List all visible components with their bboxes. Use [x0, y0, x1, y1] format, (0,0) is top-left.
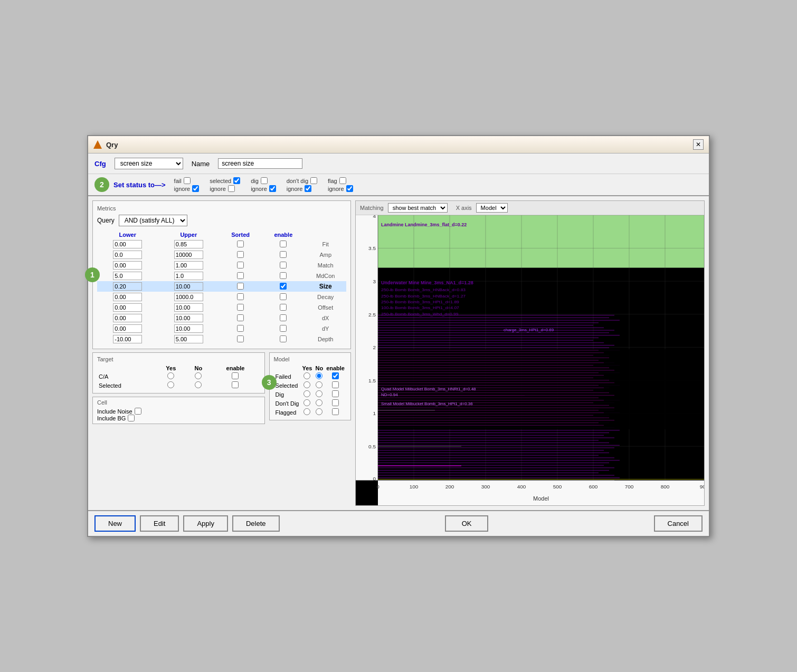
fit-sorted[interactable]	[237, 241, 244, 247]
failed-enable-cb[interactable]	[332, 372, 339, 379]
dx-lower[interactable]	[113, 314, 142, 322]
model-col-yes: Yes	[301, 364, 314, 372]
cancel-button[interactable]: Cancel	[654, 515, 703, 532]
ca-yes-radio[interactable]	[167, 372, 174, 379]
step2-badge: 2	[94, 177, 109, 192]
svg-text:3: 3	[373, 279, 376, 284]
amp-enable[interactable]	[280, 251, 287, 258]
size-upper[interactable]	[174, 282, 203, 291]
ca-no-radio[interactable]	[195, 372, 202, 379]
ca-enable-cb[interactable]	[232, 372, 239, 379]
match-enable[interactable]	[280, 262, 287, 268]
include-bg-cb[interactable]	[128, 415, 135, 421]
offset-enable[interactable]	[280, 304, 287, 311]
offset-sorted[interactable]	[237, 304, 244, 311]
offset-upper[interactable]	[174, 303, 203, 312]
fail-checkbox[interactable]	[184, 177, 191, 184]
dig-ignore-checkbox[interactable]	[269, 185, 276, 192]
decay-enable[interactable]	[280, 293, 287, 300]
match-upper[interactable]	[174, 261, 203, 270]
svg-text:800: 800	[661, 484, 670, 489]
query-select[interactable]: AND (satisfy ALL)	[119, 215, 187, 226]
offset-label: Offset	[318, 304, 333, 311]
decay-lower[interactable]	[113, 293, 142, 301]
dy-upper[interactable]	[174, 324, 203, 333]
amp-sorted[interactable]	[237, 251, 244, 258]
depth-lower[interactable]	[113, 335, 142, 343]
size-enable[interactable]	[280, 283, 287, 290]
sel-enable-cb[interactable]	[232, 381, 239, 388]
msel-yes-radio[interactable]	[303, 381, 310, 388]
fail-ignore-checkbox[interactable]	[192, 185, 199, 192]
cell-box: Cell Include Noise Include BG	[92, 397, 265, 424]
close-button[interactable]: ✕	[693, 139, 704, 150]
matching-select[interactable]: show best match	[388, 203, 448, 213]
table-row: Fit	[97, 239, 346, 249]
dx-upper[interactable]	[174, 314, 203, 322]
sel-no-radio[interactable]	[195, 381, 202, 388]
match-lower[interactable]	[113, 261, 142, 270]
mflagged-yes-radio[interactable]	[303, 408, 310, 415]
footer-center: OK	[445, 515, 489, 532]
dx-sorted[interactable]	[237, 314, 244, 321]
dy-enable[interactable]	[280, 325, 287, 332]
mdcon-lower[interactable]	[113, 272, 142, 280]
msel-enable-cb[interactable]	[332, 381, 339, 388]
matching-bar: Matching show best match X axis Model	[356, 201, 704, 215]
msel-no-radio[interactable]	[316, 381, 322, 388]
selected-ignore-checkbox[interactable]	[228, 185, 235, 192]
new-button[interactable]: New	[94, 515, 136, 532]
depth-enable[interactable]	[280, 335, 287, 342]
mflagged-enable-cb[interactable]	[332, 408, 339, 415]
fit-lower[interactable]	[113, 240, 142, 248]
sel-yes-radio[interactable]	[167, 381, 174, 388]
mdontdig-no-radio[interactable]	[316, 399, 322, 406]
mdcon-upper[interactable]	[174, 272, 203, 280]
mdig-enable-cb[interactable]	[332, 390, 339, 397]
amp-upper[interactable]	[174, 251, 203, 259]
mdcon-enable[interactable]	[280, 272, 287, 279]
apply-button[interactable]: Apply	[183, 515, 228, 532]
size-sorted[interactable]	[237, 283, 244, 290]
selected-checkbox[interactable]	[233, 177, 240, 184]
dontdig-checkbox[interactable]	[310, 177, 317, 184]
depth-upper[interactable]	[174, 335, 203, 343]
decay-sorted[interactable]	[237, 293, 244, 300]
edit-button[interactable]: Edit	[140, 515, 179, 532]
mdig-yes-radio[interactable]	[303, 390, 310, 397]
flag-checkbox[interactable]	[339, 177, 346, 184]
svg-text:600: 600	[589, 484, 598, 489]
dy-lower[interactable]	[113, 324, 142, 333]
dx-enable[interactable]	[280, 314, 287, 321]
table-row-size: Size	[97, 281, 346, 292]
dx-label: dX	[322, 315, 329, 321]
mdig-no-radio[interactable]	[316, 390, 322, 397]
fit-upper[interactable]	[174, 240, 203, 248]
size-lower[interactable]	[113, 282, 142, 291]
status-bar: 2 Set status to—> fail ignore selected	[88, 174, 709, 196]
delete-button[interactable]: Delete	[232, 515, 280, 532]
dy-sorted[interactable]	[237, 325, 244, 332]
mdontdig-yes-radio[interactable]	[303, 399, 310, 406]
decay-upper[interactable]	[174, 293, 203, 301]
offset-lower[interactable]	[113, 303, 142, 312]
ok-button[interactable]: OK	[445, 515, 489, 532]
amp-lower[interactable]	[113, 251, 142, 259]
mdcon-sorted[interactable]	[237, 272, 244, 279]
name-input[interactable]	[218, 158, 302, 169]
dig-checkbox[interactable]	[261, 177, 268, 184]
fit-enable[interactable]	[280, 241, 287, 247]
failed-no-radio[interactable]	[316, 372, 322, 379]
xaxis-select[interactable]: Model	[476, 203, 508, 213]
mflagged-no-radio[interactable]	[316, 408, 322, 415]
include-noise-cb[interactable]	[135, 408, 141, 415]
failed-yes-radio[interactable]	[303, 372, 310, 379]
footer-right: Cancel	[654, 515, 703, 532]
mdontdig-enable-cb[interactable]	[332, 399, 339, 406]
flag-ignore-checkbox[interactable]	[346, 185, 353, 192]
dontdig-ignore-checkbox[interactable]	[305, 185, 311, 192]
main-content: 1 Metrics Query AND (satisfy ALL) Lower	[88, 196, 709, 510]
cfg-select[interactable]: screen size	[115, 158, 183, 169]
match-sorted[interactable]	[237, 262, 244, 268]
depth-sorted[interactable]	[237, 335, 244, 342]
